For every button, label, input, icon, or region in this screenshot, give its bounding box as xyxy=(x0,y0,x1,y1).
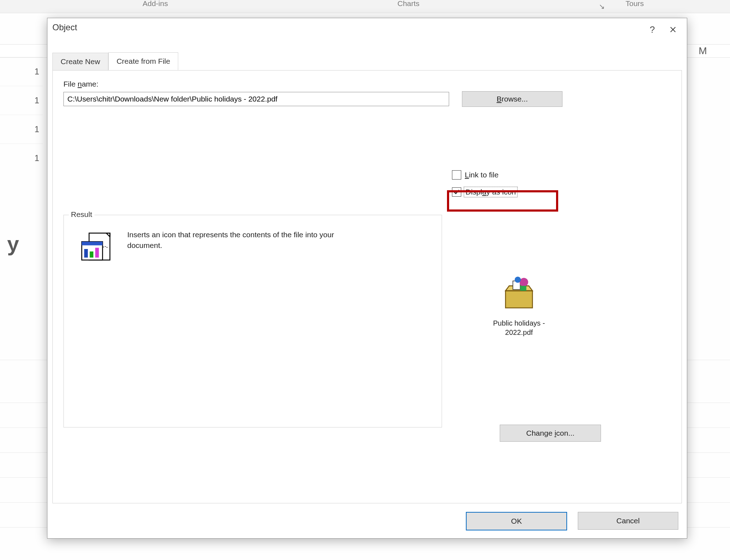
row-header[interactable]: 1 xyxy=(0,86,43,115)
svg-rect-3 xyxy=(84,249,88,258)
change-icon-button[interactable]: Change icon... xyxy=(500,425,601,442)
tab-create-from-file[interactable]: Create from File xyxy=(108,52,179,70)
dialog-tabs: Create New Create from File xyxy=(52,52,178,70)
checkbox-box-icon xyxy=(452,170,461,180)
ribbon-group-charts: Charts xyxy=(397,0,420,8)
embedded-doc-icon xyxy=(78,229,117,269)
ribbon-groups: Add-ins Charts Tours ↘ xyxy=(0,0,730,13)
svg-point-10 xyxy=(515,277,521,283)
display-as-icon-label: Display as icon xyxy=(465,188,516,196)
file-name-label: File name: xyxy=(63,80,671,88)
link-to-file-checkbox[interactable]: Link to file xyxy=(452,170,516,180)
result-groupbox: Result Inserts an icon that xyxy=(63,215,442,427)
icon-preview: Public holidays - 2022.pdf xyxy=(480,274,558,337)
row-header[interactable]: 1 xyxy=(0,57,43,86)
object-dialog: Object ? Create New Create from File Fil… xyxy=(47,18,687,539)
cancel-button[interactable]: Cancel xyxy=(578,512,678,530)
svg-rect-4 xyxy=(90,252,93,258)
help-button[interactable]: ? xyxy=(642,22,663,37)
result-description: Inserts an icon that represents the cont… xyxy=(127,229,355,269)
checkbox-box-icon xyxy=(452,187,461,197)
svg-rect-2 xyxy=(82,242,102,245)
column-header-M[interactable]: M xyxy=(699,45,707,57)
dialog-launcher-icon[interactable]: ↘ xyxy=(599,2,605,11)
ok-button[interactable]: OK xyxy=(466,512,567,530)
browse-button[interactable]: Browse... xyxy=(462,91,562,107)
svg-rect-6 xyxy=(505,291,533,308)
result-legend: Result xyxy=(69,210,94,219)
svg-point-8 xyxy=(520,278,528,286)
dialog-title: Object xyxy=(52,22,642,32)
file-name-input[interactable] xyxy=(63,92,449,106)
icon-preview-caption: Public holidays - 2022.pdf xyxy=(480,318,558,337)
svg-rect-5 xyxy=(95,248,99,258)
ribbon-group-tours: Tours xyxy=(626,0,644,8)
package-icon xyxy=(499,274,539,313)
link-to-file-label: Link to file xyxy=(465,171,499,179)
ribbon-group-addins: Add-ins xyxy=(143,0,168,8)
close-button[interactable] xyxy=(663,22,683,37)
checkmark-icon xyxy=(453,189,460,195)
tab-page-create-from-file: File name: Browse... Link to file Displa… xyxy=(52,70,682,503)
dialog-titlebar: Object ? xyxy=(47,18,687,44)
display-as-icon-checkbox[interactable]: Display as icon xyxy=(452,187,516,197)
tab-create-new[interactable]: Create New xyxy=(52,53,108,70)
dialog-footer: OK Cancel xyxy=(466,512,678,530)
svg-rect-9 xyxy=(520,286,526,291)
close-icon xyxy=(670,26,676,33)
